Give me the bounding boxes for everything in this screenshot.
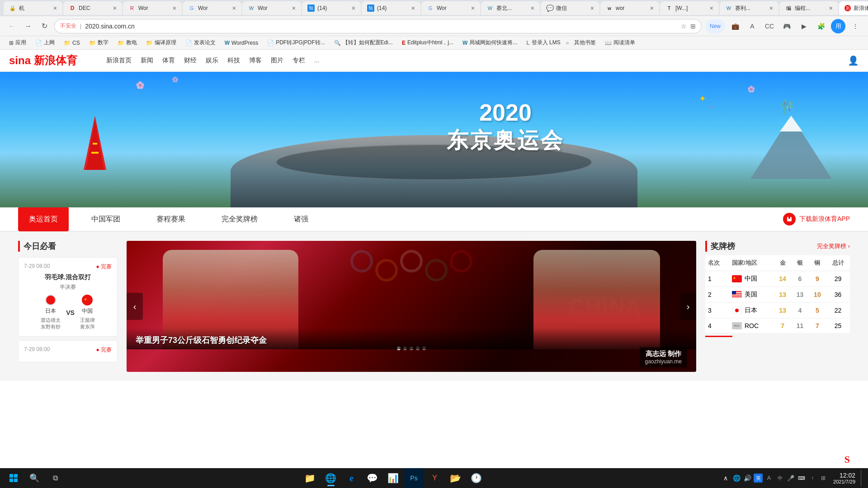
bookmark-editplus[interactable]: E Editplus中html，j... <box>398 38 457 47</box>
tab-close-8[interactable]: × <box>471 5 475 12</box>
taskbar-app-photoshop[interactable]: Ps <box>404 468 424 488</box>
taskbar-clock[interactable]: 12:02 2021/7/29 <box>830 472 859 484</box>
tab-close-4[interactable]: × <box>232 5 236 12</box>
tab-5[interactable]: W Wor × <box>242 1 301 15</box>
menu-button[interactable]: ⋮ <box>848 19 863 33</box>
tab-13[interactable]: W 赛利... × <box>720 1 778 15</box>
olympics-nav-medals[interactable]: 完全奖牌榜 <box>203 207 276 231</box>
tab-8[interactable]: G Wor × <box>421 1 480 15</box>
tab-close-7[interactable]: × <box>411 5 415 12</box>
bookmark-editplus-config[interactable]: 🔍 【转】如何配置Edi... <box>330 38 396 47</box>
olympics-nav-schedule[interactable]: 赛程赛果 <box>138 207 203 231</box>
tray-ime[interactable]: 中 <box>775 474 784 483</box>
user-icon[interactable]: 👤 <box>848 55 859 66</box>
tab-11[interactable]: w wor × <box>600 1 659 15</box>
slide-next-button[interactable]: › <box>680 293 696 320</box>
taskbar-app-folder[interactable]: 📂 <box>446 468 466 488</box>
refresh-button[interactable]: ↻ <box>38 20 51 33</box>
tab-close-1[interactable]: × <box>53 5 57 12</box>
forward-button[interactable]: → <box>22 20 34 33</box>
bookmark-reading[interactable]: 📖 阅读清单 <box>601 38 639 47</box>
browser-action-5[interactable]: ▶ <box>797 19 811 33</box>
nav-link-blog[interactable]: 博客 <box>249 55 262 66</box>
bookmark-pdf[interactable]: 📄 PDF转JPG|PDF转... <box>264 38 328 47</box>
olympics-nav-home[interactable]: 奥运首页 <box>18 207 69 231</box>
bookmark-shangwang[interactable]: 📄 上网 <box>32 38 58 47</box>
tab-close-9[interactable]: × <box>531 5 534 12</box>
tab-10[interactable]: 💬 微信 × <box>541 1 599 15</box>
tab-close-13[interactable]: × <box>769 5 773 12</box>
bookmark-shuzi[interactable]: 📁 数字 <box>85 38 112 47</box>
download-app-button[interactable]: 下载新浪体育APP <box>783 213 850 225</box>
tray-volume[interactable]: 🔊 <box>743 474 752 483</box>
nav-link-more[interactable]: ... <box>314 55 320 66</box>
tab-close-11[interactable]: × <box>650 5 654 12</box>
taskbar-app-powerpoint[interactable]: 📊 <box>383 468 403 488</box>
address-bar[interactable]: 不安全 | 2020.sina.com.cn ☆ ⊞ <box>54 19 702 33</box>
nav-link-tech[interactable]: 科技 <box>227 55 240 66</box>
bookmark-bianyiyuanli[interactable]: 📁 编译原理 <box>142 38 180 47</box>
browser-action-2[interactable]: A <box>745 19 760 33</box>
taskbar-app-chrome[interactable]: 🌐 <box>321 468 341 488</box>
tab-close-14[interactable]: × <box>829 5 833 12</box>
tab-6[interactable]: 知 (14) × <box>302 1 361 15</box>
tab-close-10[interactable]: × <box>590 5 594 12</box>
tab-1[interactable]: 🔒 机 × <box>4 1 62 15</box>
tab-close-12[interactable]: × <box>710 5 713 12</box>
nav-link-photos[interactable]: 图片 <box>271 55 283 66</box>
tab-3[interactable]: R Wor × <box>123 1 182 15</box>
profile-button[interactable]: New <box>705 19 725 33</box>
tab-12[interactable]: T [W...] × <box>660 1 719 15</box>
nav-link-finance[interactable]: 财经 <box>184 55 197 66</box>
browser-action-4[interactable]: 🎮 <box>779 19 794 33</box>
show-desktop-button[interactable] <box>861 470 864 486</box>
back-button[interactable]: ← <box>5 20 18 33</box>
task-view-button[interactable]: ⧉ <box>45 468 65 488</box>
user-avatar[interactable]: 用 <box>831 19 845 33</box>
taskbar-app-wechat[interactable]: 💬 <box>363 468 382 488</box>
tray-keyboard[interactable]: ⌨ <box>797 474 806 483</box>
tray-extra1[interactable]: ↑ <box>808 474 817 483</box>
tab-9[interactable]: W 赛北... × <box>481 1 540 15</box>
taskbar-app-youdao[interactable]: Y <box>425 468 445 488</box>
tab-14[interactable]: 编 编程... × <box>779 1 838 15</box>
nav-link-home[interactable]: 新浪首页 <box>106 55 132 66</box>
tab-close-3[interactable]: × <box>173 5 176 12</box>
tab-close-6[interactable]: × <box>352 5 355 12</box>
tray-network[interactable]: 🌐 <box>732 474 741 483</box>
browser-action-1[interactable]: 💼 <box>728 19 742 33</box>
tray-show-hidden[interactable]: ∧ <box>721 474 730 483</box>
tray-extra2[interactable]: ⊞ <box>819 474 828 483</box>
tab-close-2[interactable]: × <box>113 5 117 12</box>
extensions-button[interactable]: 🧩 <box>814 19 828 33</box>
bookmark-star-icon[interactable]: ☆ <box>681 23 687 30</box>
nav-link-news[interactable]: 新闻 <box>141 55 153 66</box>
medal-more-link[interactable]: 完全奖牌榜 › <box>817 242 850 250</box>
search-taskbar-button[interactable]: 🔍 <box>24 468 44 488</box>
olympics-nav-countries[interactable]: 诸强 <box>276 207 326 231</box>
bookmark-juchen[interactable]: W 局城网如何快速将... <box>459 38 521 47</box>
tab-active[interactable]: 新 新浪体育—2020东京... × <box>839 1 868 15</box>
tab-close-5[interactable]: × <box>292 5 296 12</box>
bookmarks-more-icon[interactable]: » <box>566 40 569 46</box>
sina-logo[interactable]: sina 新浪体育 <box>9 53 77 68</box>
bookmark-paper[interactable]: 📄 发表论文 <box>182 38 219 47</box>
nav-link-sports[interactable]: 体育 <box>162 55 175 66</box>
tab-4[interactable]: G Wor × <box>183 1 241 15</box>
taskbar-app-clock[interactable]: 🕐 <box>467 468 486 488</box>
tab-7[interactable]: 知 (14) × <box>362 1 420 15</box>
start-button[interactable] <box>4 468 24 488</box>
bookmark-wordpress[interactable]: W WordPress <box>221 39 262 47</box>
olympics-nav-china[interactable]: 中国军团 <box>73 207 138 231</box>
bookmark-lms[interactable]: L 登录入 LMS <box>523 38 564 47</box>
nav-link-column[interactable]: 专栏 <box>292 55 305 66</box>
bookmark-other[interactable]: 其他书签 <box>571 38 599 47</box>
bookmark-jiaodian[interactable]: 📁 教电 <box>114 38 141 47</box>
bookmark-cs[interactable]: 📁 CS <box>60 39 84 47</box>
tray-input-method[interactable]: 英 <box>754 474 763 483</box>
taskbar-app-edge[interactable]: e <box>342 468 362 488</box>
bookmark-apps[interactable]: ⊞ 应用 <box>5 38 30 47</box>
taskbar-app-explorer[interactable]: 📁 <box>300 468 320 488</box>
tray-mic[interactable]: 🎤 <box>786 474 795 483</box>
slide-prev-button[interactable]: ‹ <box>127 293 143 320</box>
